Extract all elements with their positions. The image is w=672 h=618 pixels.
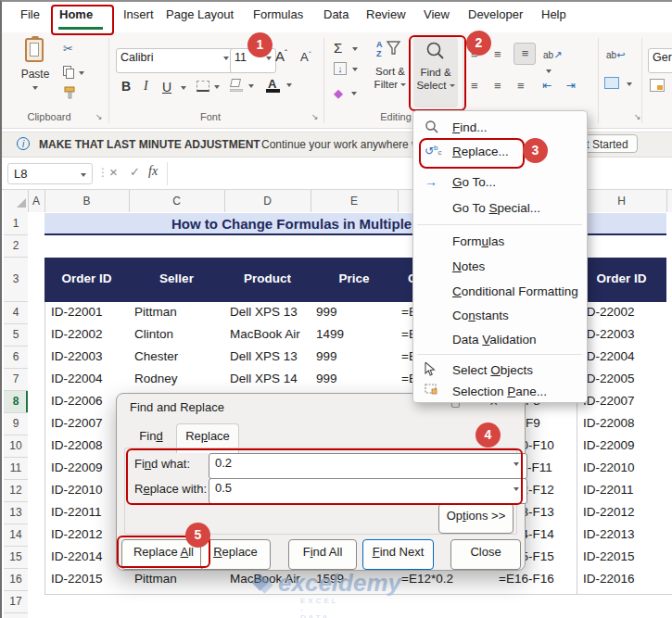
row-header-13[interactable]: 13	[4, 502, 28, 524]
annotation-box-home-tab	[51, 5, 114, 35]
copy-button[interactable]	[63, 66, 83, 81]
info-icon: i	[17, 137, 30, 150]
row-header-12[interactable]: 12	[4, 480, 28, 502]
cell-C16[interactable]: Pittman	[129, 569, 231, 595]
align-center-button[interactable]: ≡	[494, 79, 501, 93]
autosum-button[interactable]: Σ	[334, 40, 358, 57]
menu-item-label: Go To...	[452, 175, 496, 189]
row-header-3[interactable]: 3	[4, 258, 28, 302]
table2-header-row[interactable]: Order ID	[577, 258, 666, 302]
tab-insert[interactable]: Insert	[123, 7, 154, 21]
row-header-6[interactable]: 6	[4, 347, 28, 369]
shrink-font-button[interactable]: Aˇ	[300, 50, 311, 64]
insert-function-button[interactable]: fx	[148, 164, 158, 179]
column-header-C[interactable]: C	[129, 195, 224, 208]
row-header-9[interactable]: 9	[4, 413, 28, 435]
menu-item-label: Data Validation	[452, 333, 537, 347]
cut-button[interactable]: ✂	[63, 42, 73, 56]
grow-font-button[interactable]: Aˆ	[275, 48, 287, 64]
watermark-tagline: EXCEL - DATA - BI	[300, 597, 338, 618]
row-header-14[interactable]: 14	[4, 524, 28, 547]
menu-item-data-validation[interactable]: Data Validation	[415, 328, 584, 352]
fill-color-button[interactable]	[230, 79, 256, 94]
number-format-combo[interactable]: Ger	[648, 48, 672, 73]
tab-data[interactable]: Data	[323, 7, 349, 21]
font-color-button[interactable]: A	[266, 77, 294, 94]
bold-button[interactable]: B	[121, 79, 131, 94]
align-right-button[interactable]: ≡	[517, 79, 524, 93]
paste-button[interactable]: Paste	[15, 36, 56, 105]
increase-indent-button[interactable]: ⇥	[566, 79, 576, 92]
row-header-7[interactable]: 7	[4, 369, 28, 391]
cell-G16[interactable]: =E16-F16	[493, 569, 580, 595]
row-header-4[interactable]: 4	[4, 302, 28, 324]
row-header-1[interactable]: 1	[4, 213, 28, 235]
column-header-D[interactable]: D	[224, 195, 311, 208]
enter-button[interactable]: ✓	[130, 165, 140, 179]
menu-item-notes[interactable]: Notes	[415, 255, 584, 279]
sort-filter-button[interactable]: A Z Sort & Filter	[371, 38, 410, 107]
font-name-combo[interactable]: Calibri	[116, 48, 235, 73]
accounting-format-button[interactable]	[650, 79, 665, 92]
alignment-launcher-icon[interactable]: ↘	[634, 112, 641, 121]
step-2-badge: 2	[466, 31, 491, 56]
clear-button[interactable]: ◆	[334, 84, 357, 101]
menu-item-find[interactable]: Find...	[415, 116, 584, 140]
menu-item-go-to[interactable]: →Go To...	[415, 170, 584, 195]
row-header-11[interactable]: 11	[4, 458, 28, 480]
underline-button[interactable]: U	[162, 79, 186, 95]
options-button[interactable]: Options >>	[438, 503, 514, 534]
find-next-button[interactable]: Find Next	[362, 539, 434, 570]
tab-developer[interactable]: Developer	[468, 7, 523, 21]
menu-separator	[417, 354, 582, 355]
row-header-16[interactable]: 16	[4, 569, 28, 591]
row-header-10[interactable]: 10	[4, 435, 28, 458]
tab-formulas[interactable]: Formulas	[253, 7, 303, 21]
menu-item-conditional-formatting[interactable]: Conditional Formatting	[415, 280, 584, 304]
row-header-8[interactable]: 8	[4, 391, 28, 413]
column-header-B[interactable]: B	[44, 195, 129, 208]
clipboard-launcher-icon[interactable]: ↘	[95, 112, 103, 121]
borders-button[interactable]	[197, 81, 221, 94]
row-header-17[interactable]: 17	[4, 591, 28, 613]
merge-center-button[interactable]	[604, 77, 636, 92]
tab-review[interactable]: Review	[366, 7, 406, 21]
column-header-H[interactable]: H	[577, 195, 666, 208]
tab-view[interactable]: View	[424, 7, 450, 21]
cell-B16[interactable]: ID-22015	[44, 569, 136, 595]
wrap-text-button[interactable]: ab↩	[606, 45, 625, 62]
row-header-15[interactable]: 15	[4, 547, 28, 569]
orientation-button[interactable]: ab↗	[543, 45, 571, 79]
tab-file[interactable]: File	[20, 7, 40, 21]
format-painter-button[interactable]	[63, 86, 78, 101]
row-gutter[interactable]: 1234567891011121314151617	[4, 212, 29, 618]
decrease-indent-button[interactable]: ⇤	[542, 79, 552, 92]
menu-item-go-to-special[interactable]: Go To Special...	[415, 196, 584, 221]
italic-button[interactable]: I	[144, 79, 148, 94]
row-header-2[interactable]: 2	[4, 235, 28, 258]
close-button[interactable]: Close	[450, 539, 521, 570]
align-bottom-button[interactable]: ≡	[514, 43, 536, 65]
align-middle-button[interactable]: ≡	[494, 47, 501, 61]
menu-item-selection-pane[interactable]: Selection Pane...	[415, 380, 584, 404]
search-icon	[425, 120, 443, 136]
tab-page-layout[interactable]: Page Layout	[166, 7, 234, 21]
header-product: Product	[224, 271, 311, 285]
find-all-button[interactable]: Find All	[288, 539, 357, 570]
cell-F16[interactable]: =E12*0.2	[398, 569, 498, 595]
step-4-badge: 4	[475, 423, 501, 448]
row-header-5[interactable]: 5	[4, 324, 28, 347]
menu-item-label: Conditional Formatting	[452, 284, 578, 298]
cancel-button[interactable]: ×	[109, 164, 118, 180]
selection-pane-icon	[425, 384, 443, 400]
tab-help[interactable]: Help	[541, 7, 566, 21]
replace-button[interactable]: Replace	[200, 539, 271, 570]
menu-item-constants[interactable]: Constants	[415, 304, 584, 328]
menu-item-formulas[interactable]: Formulas	[415, 230, 584, 254]
font-launcher-icon[interactable]: ↘	[311, 112, 319, 121]
align-left-button[interactable]: ≡	[471, 79, 477, 93]
cell-H16[interactable]: ID-22016	[577, 569, 672, 595]
column-header-A[interactable]: A	[28, 195, 44, 208]
name-box[interactable]: L8	[7, 163, 93, 184]
column-header-E[interactable]: E	[311, 195, 398, 208]
